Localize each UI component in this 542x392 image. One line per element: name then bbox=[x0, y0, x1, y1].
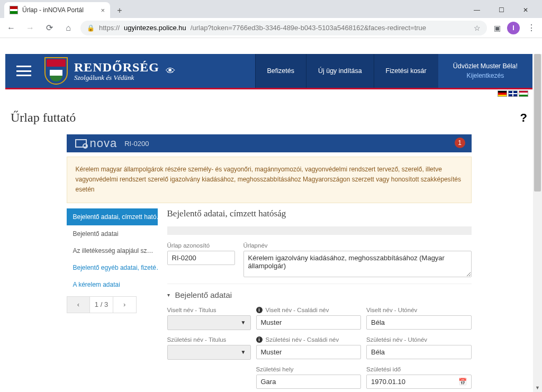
bookmark-star-icon[interactable]: ☆ bbox=[474, 24, 481, 32]
notification-badge[interactable]: 1 bbox=[455, 138, 465, 148]
flag-en-icon[interactable] bbox=[508, 90, 518, 97]
hamburger-icon bbox=[16, 66, 31, 76]
input-urlap-azonosito[interactable] bbox=[167, 251, 235, 265]
nav-befizetes[interactable]: Befizetés bbox=[255, 54, 306, 88]
address-bar[interactable]: 🔒 https:// ugyintezes.police.hu /urlap?t… bbox=[80, 21, 487, 35]
nav-fizetesi-kosar[interactable]: Fizetési kosár bbox=[374, 54, 438, 88]
pager-position: 1 / 3 bbox=[90, 297, 113, 313]
police-crest-icon bbox=[44, 57, 68, 85]
chevron-down-icon: ▾ bbox=[167, 292, 170, 298]
date-value: 1970.01.10 bbox=[371, 378, 405, 386]
form-banner: nova RI-0200 1 bbox=[67, 134, 472, 152]
browser-tab-strip: Űrlap - inNOVA Portál × + — ☐ ✕ bbox=[0, 0, 542, 18]
input-szul-uto[interactable] bbox=[366, 345, 472, 359]
url-path: /urlap?token=7766ed3b-3346-489e-b043-510… bbox=[191, 24, 426, 32]
input-viselt-uto[interactable] bbox=[366, 315, 472, 330]
label-urlapnev: Űrlapnév bbox=[243, 242, 472, 249]
new-tab-button[interactable]: + bbox=[112, 3, 127, 18]
form-code: RI-0200 bbox=[124, 140, 149, 148]
logout-link[interactable]: Kijelentkezés bbox=[467, 72, 504, 79]
window-minimize-button[interactable]: — bbox=[465, 2, 489, 18]
accessibility-eye-icon[interactable]: 👁 bbox=[166, 66, 175, 77]
site-header: RENDŐRSÉG Szolgálunk és Védünk 👁 Befizet… bbox=[5, 54, 532, 89]
step-bejelento-adatai[interactable]: Bejelentő adatai bbox=[67, 225, 158, 242]
label-szul-hely: Születési hely bbox=[256, 366, 362, 372]
form-main: Bejelentő adatai, címzett hatóság Űrlap … bbox=[158, 208, 472, 392]
page-viewport: RENDŐRSÉG Szolgálunk és Védünk 👁 Befizet… bbox=[0, 54, 542, 392]
section-divider bbox=[167, 226, 472, 235]
step-illetekesseg[interactable]: Az illetékesség alapjául sz… bbox=[67, 242, 158, 259]
url-host: ugyintezes.police.hu bbox=[124, 24, 186, 32]
reload-button[interactable]: ⟳ bbox=[42, 21, 56, 35]
nova-logo: nova bbox=[75, 136, 118, 150]
step-egyeb-fizetes[interactable]: Bejelentő egyéb adatai, fizeté… bbox=[67, 259, 158, 276]
help-icon[interactable]: ? bbox=[520, 111, 527, 125]
brand-subtitle: Szolgálunk és Védünk bbox=[74, 74, 159, 81]
language-flag-strip bbox=[5, 89, 532, 98]
browser-toolbar: ← → ⟳ ⌂ 🔒 https:// ugyintezes.police.hu … bbox=[0, 18, 542, 38]
profile-avatar[interactable]: I bbox=[507, 22, 520, 34]
input-szul-csalad[interactable] bbox=[256, 345, 362, 359]
browser-tab[interactable]: Űrlap - inNOVA Portál × bbox=[4, 2, 110, 18]
home-button[interactable]: ⌂ bbox=[61, 21, 75, 35]
caret-down-icon: ▼ bbox=[241, 349, 246, 355]
flag-de-icon[interactable] bbox=[498, 90, 507, 97]
lock-icon: 🔒 bbox=[87, 24, 95, 32]
tab-close-icon[interactable]: × bbox=[101, 6, 105, 14]
label-szul-csalad: iSzületési név - Családi név bbox=[256, 336, 362, 343]
flag-hu-icon[interactable] bbox=[519, 90, 528, 97]
scroll-down-arrow-icon[interactable]: ▼ bbox=[533, 383, 542, 392]
label-viselt-csalad: iViselt név - Családi név bbox=[256, 307, 362, 313]
input-szul-ido[interactable]: 1970.01.10 📅 bbox=[366, 375, 472, 389]
tab-title: Űrlap - inNOVA Portál bbox=[22, 6, 84, 14]
input-viselt-csalad[interactable] bbox=[256, 315, 362, 330]
label-szul-titulus: Születési név - Titulus bbox=[167, 336, 251, 343]
label-viselt-uto: Viselt név - Utónév bbox=[366, 307, 472, 313]
brand-title: RENDŐRSÉG bbox=[74, 60, 159, 74]
tab-favicon bbox=[10, 6, 18, 14]
user-area: Üdvözlet Muster Béla! Kijelentkezés bbox=[438, 54, 532, 88]
section-title: Bejelentő adatai, címzett hatóság bbox=[167, 208, 472, 219]
info-icon[interactable]: i bbox=[256, 307, 263, 313]
label-szul-uto: Születési név - Utónév bbox=[366, 336, 472, 343]
label-urlap-azonosito: Űrlap azonosító bbox=[167, 242, 235, 249]
dropdown-szul-titulus[interactable]: ▼ bbox=[167, 345, 251, 360]
step-sidebar: Bejelentő adatai, címzett ható… Bejelent… bbox=[67, 208, 158, 392]
form-container: nova RI-0200 1 Kérelem magyar állampolgá… bbox=[67, 134, 472, 392]
nav-uj-ugy[interactable]: Új ügy indítása bbox=[306, 54, 374, 88]
brand[interactable]: RENDŐRSÉG Szolgálunk és Védünk bbox=[42, 54, 159, 88]
scrollbar-thumb[interactable] bbox=[534, 54, 541, 192]
translate-icon[interactable]: ▣ bbox=[492, 23, 502, 33]
url-protocol: https:// bbox=[99, 24, 120, 32]
nova-logo-icon bbox=[75, 139, 87, 148]
caret-down-icon: ▼ bbox=[241, 320, 246, 325]
label-viselt-titulus: Viselt név - Titulus bbox=[167, 307, 251, 313]
step-kerelem-adatai[interactable]: A kérelem adatai bbox=[67, 276, 158, 293]
dropdown-viselt-titulus[interactable]: ▼ bbox=[167, 315, 251, 330]
calendar-icon[interactable]: 📅 bbox=[458, 378, 467, 386]
input-urlapnev[interactable] bbox=[243, 251, 472, 277]
forward-button[interactable]: → bbox=[23, 21, 37, 35]
page-title: Űrlap futtató bbox=[11, 111, 76, 125]
user-greeting: Üdvözlet Muster Béla! bbox=[453, 62, 518, 70]
label-szul-ido: Születési idő bbox=[366, 366, 472, 372]
window-close-button[interactable]: ✕ bbox=[513, 2, 538, 18]
window-maximize-button[interactable]: ☐ bbox=[489, 2, 513, 18]
info-icon[interactable]: i bbox=[256, 336, 263, 343]
input-szul-hely[interactable] bbox=[256, 375, 362, 389]
subsection-toggle-bejelento[interactable]: ▾ Bejelentő adatai bbox=[167, 290, 472, 299]
pager-prev-button[interactable]: ‹ bbox=[67, 297, 91, 313]
menu-hamburger-button[interactable] bbox=[5, 54, 42, 88]
vertical-scrollbar[interactable]: ▲ ▼ bbox=[533, 54, 542, 392]
browser-menu-button[interactable]: ⋮ bbox=[525, 23, 538, 33]
subsection-title: Bejelentő adatai bbox=[175, 290, 232, 299]
step-pager: ‹ 1 / 3 › bbox=[67, 296, 137, 313]
pager-next-button[interactable]: › bbox=[113, 297, 136, 313]
step-bejelento-cimzett[interactable]: Bejelentő adatai, címzett ható… bbox=[67, 208, 158, 225]
form-description: Kérelem magyar állampolgárok részére sze… bbox=[67, 157, 472, 203]
back-button[interactable]: ← bbox=[4, 21, 18, 35]
